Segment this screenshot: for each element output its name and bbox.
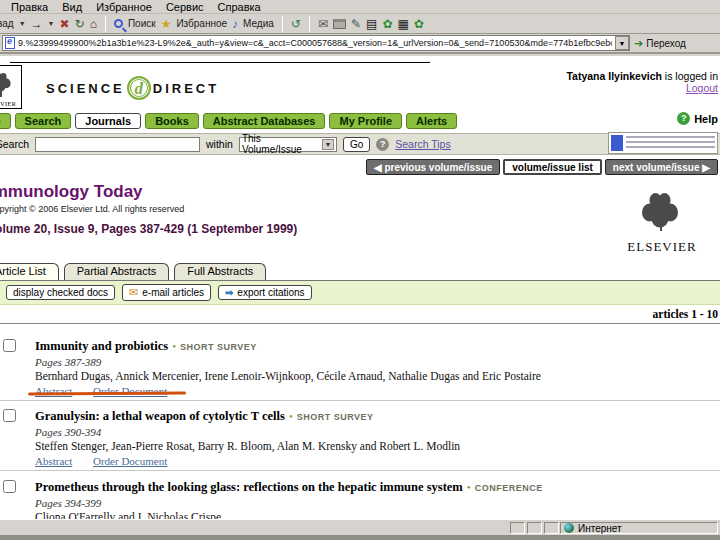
article-checkbox[interactable]: [3, 409, 16, 422]
history-icon[interactable]: ↺: [291, 17, 301, 31]
tab-partial-abstracts[interactable]: Partial Abstracts: [64, 263, 169, 280]
copyright-line: Copyright © 2006 Elsevier Ltd. All right…: [0, 204, 184, 214]
nav-tab-home[interactable]: Home: [0, 113, 11, 129]
nav-tab-books[interactable]: Books: [145, 113, 199, 129]
stop-icon[interactable]: ✖: [60, 17, 70, 31]
menu-help[interactable]: Справка: [218, 1, 261, 13]
menu-edit[interactable]: Правка: [11, 1, 48, 13]
quick-search-input[interactable]: [35, 137, 200, 152]
favorites-icon[interactable]: ★: [161, 17, 172, 31]
article-pages: Pages 390-394: [35, 426, 720, 438]
plugin-icon[interactable]: ✿: [414, 17, 424, 31]
display-checked-docs-button[interactable]: display checked docs: [6, 285, 115, 300]
banner-emblem: [611, 135, 623, 151]
article-authors: Steffen Stenger, Jean-Pierre Rosat, Barr…: [35, 440, 720, 452]
nav-tab-alerts[interactable]: Alerts: [406, 113, 457, 129]
media-icon[interactable]: ♪: [232, 17, 238, 31]
toolbar-divider: [282, 16, 283, 32]
abstract-link[interactable]: Abstract: [35, 455, 72, 467]
home-icon[interactable]: ⌂: [90, 17, 97, 31]
search-icon[interactable]: [114, 19, 123, 28]
institution-banner[interactable]: [608, 132, 718, 154]
menu-tools[interactable]: Сервис: [166, 1, 204, 13]
bullet-icon: •: [172, 340, 176, 352]
previous-volume-label: previous volume/issue: [384, 162, 492, 173]
plugin-icon[interactable]: ✿: [382, 17, 392, 31]
email-articles-label: e-mail articles: [142, 287, 204, 298]
address-bar: Адрес: ▼ ➔ Переход: [0, 34, 720, 54]
nav-tab-abstract-databases[interactable]: Abstract Databases: [203, 113, 326, 129]
go-label: Переход: [646, 38, 686, 49]
address-input[interactable]: [18, 38, 612, 48]
email-articles-button[interactable]: ✉e-mail articles: [122, 284, 211, 301]
search-label[interactable]: Поиск: [128, 18, 156, 29]
back-dropdown-icon[interactable]: ▼: [19, 20, 26, 27]
article-checkbox[interactable]: [3, 339, 16, 352]
logout-link[interactable]: Logout: [686, 82, 718, 94]
view-tabs: Article List Partial Abstracts Full Abst…: [0, 263, 266, 280]
status-pane: [527, 522, 542, 534]
go-icon: ➔: [634, 37, 643, 50]
help-label: Help: [694, 113, 718, 125]
article-item-2: Granulysin: a lethal weapon of cytolytic…: [0, 406, 720, 467]
search-tips-link[interactable]: Search Tips: [395, 138, 450, 150]
sciencedirect-page: ELSEVIER SCIENCE d DIRECT Tatyana Ilyink…: [0, 56, 720, 519]
tab-full-abstracts[interactable]: Full Abstracts: [174, 263, 266, 280]
edit-icon[interactable]: ✎: [351, 17, 361, 31]
status-pane: [544, 522, 559, 534]
order-document-link[interactable]: Order Document: [93, 455, 167, 467]
bullet-icon: •: [289, 410, 293, 422]
tree-trunk: [0, 88, 2, 97]
sciencedirect-logo[interactable]: SCIENCE d DIRECT: [46, 76, 219, 100]
globe-icon: [564, 523, 574, 533]
mail-icon[interactable]: ✉: [318, 17, 328, 31]
media-label[interactable]: Медиа: [243, 18, 274, 29]
help-link[interactable]: ? Help: [677, 112, 718, 125]
browser-window: Файл Правка Вид Избранное Сервис Справка…: [0, 0, 720, 540]
discuss-icon[interactable]: ▤: [366, 17, 377, 31]
article-title[interactable]: Immunity and probiotics: [35, 339, 168, 353]
export-citations-label: export citations: [237, 287, 304, 298]
back-label[interactable]: Назад: [0, 18, 14, 29]
address-dropdown-icon[interactable]: ▼: [615, 36, 629, 50]
quick-search-go-button[interactable]: Go: [343, 137, 370, 152]
article-checkbox[interactable]: [3, 480, 16, 493]
page-icon: [5, 37, 15, 49]
logo-d-icon: d: [127, 76, 151, 100]
login-suffix: is logged in: [662, 70, 718, 82]
article-authors: Bernhard Dugas, Annick Mercenier, Irene …: [35, 370, 720, 382]
address-field[interactable]: ▼: [2, 35, 630, 51]
elsevier-small-logo: ELSEVIER: [0, 65, 22, 109]
print-icon[interactable]: [333, 19, 346, 29]
search-tips-icon: ?: [376, 138, 389, 151]
menu-view[interactable]: Вид: [62, 1, 82, 13]
actions-band: display checked docs ✉e-mail articles ➡e…: [0, 280, 720, 305]
nav-tab-journals[interactable]: Journals: [75, 113, 141, 129]
article-title[interactable]: Prometheus through the looking glass: re…: [35, 480, 463, 494]
nav-tab-my-profile[interactable]: My Profile: [329, 113, 402, 129]
help-icon: ?: [677, 112, 690, 125]
envelope-icon: ✉: [129, 286, 138, 299]
export-citations-button[interactable]: ➡export citations: [218, 285, 312, 300]
volume-list-button[interactable]: volume/issue list: [503, 159, 602, 175]
status-bar: Готово Интернет: [0, 519, 720, 535]
favorites-label[interactable]: Избранное: [176, 18, 227, 29]
article-title[interactable]: Granulysin: a lethal weapon of cytolytic…: [35, 409, 285, 423]
tree-icon: [0, 77, 4, 85]
go-button[interactable]: ➔ Переход: [634, 37, 686, 50]
login-status: Tatyana Ilyinkevich is logged in Logout: [566, 70, 718, 94]
menu-favorites[interactable]: Избранное: [96, 1, 152, 13]
taskbar-edge: [0, 535, 720, 540]
forward-icon[interactable]: →: [31, 17, 43, 31]
volume-navigation: ◀ previous volume/issue volume/issue lis…: [366, 159, 718, 175]
search-scope-select[interactable]: This Volume/Issue ▼: [239, 137, 337, 152]
nav-tab-search[interactable]: Search: [15, 113, 72, 129]
messenger-icon[interactable]: ▦: [397, 17, 408, 31]
previous-volume-button[interactable]: ◀ previous volume/issue: [366, 159, 500, 175]
next-volume-button[interactable]: next volume/issue ▶: [605, 159, 718, 175]
forward-dropdown-icon[interactable]: ▼: [48, 20, 55, 27]
journal-title: Immunology Today: [0, 182, 143, 202]
refresh-icon[interactable]: ↻: [75, 17, 85, 31]
tab-article-list[interactable]: Article List: [0, 263, 59, 280]
article-range: articles 1 - 10: [653, 308, 718, 320]
